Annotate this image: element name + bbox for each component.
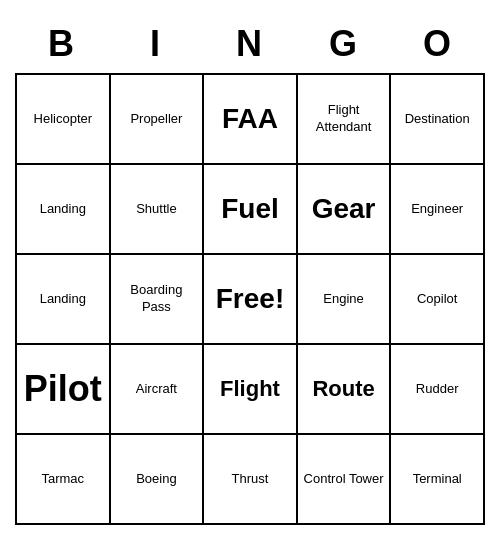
- cell-r1-c2: Fuel: [204, 165, 298, 255]
- cell-r1-c1: Shuttle: [111, 165, 205, 255]
- cell-r2-c4: Copilot: [391, 255, 485, 345]
- cell-r3-c1: Aircraft: [111, 345, 205, 435]
- header-letter: G: [297, 19, 391, 73]
- cell-r0-c3: Flight Attendant: [298, 75, 392, 165]
- cell-r1-c0: Landing: [17, 165, 111, 255]
- cell-r4-c4: Terminal: [391, 435, 485, 525]
- cell-r2-c0: Landing: [17, 255, 111, 345]
- cell-r3-c4: Rudder: [391, 345, 485, 435]
- cell-r0-c2: FAA: [204, 75, 298, 165]
- bingo-header: BINGO: [15, 19, 485, 73]
- header-letter: N: [203, 19, 297, 73]
- cell-r0-c1: Propeller: [111, 75, 205, 165]
- header-letter: I: [109, 19, 203, 73]
- cell-r4-c3: Control Tower: [298, 435, 392, 525]
- header-letter: B: [15, 19, 109, 73]
- cell-r1-c4: Engineer: [391, 165, 485, 255]
- cell-r4-c1: Boeing: [111, 435, 205, 525]
- cell-r0-c4: Destination: [391, 75, 485, 165]
- cell-r0-c0: Helicopter: [17, 75, 111, 165]
- cell-r4-c0: Tarmac: [17, 435, 111, 525]
- cell-r1-c3: Gear: [298, 165, 392, 255]
- cell-r2-c1: Boarding Pass: [111, 255, 205, 345]
- bingo-grid: HelicopterPropellerFAAFlight AttendantDe…: [15, 73, 485, 525]
- cell-r4-c2: Thrust: [204, 435, 298, 525]
- bingo-card: BINGO HelicopterPropellerFAAFlight Atten…: [15, 19, 485, 525]
- cell-r2-c3: Engine: [298, 255, 392, 345]
- cell-r3-c0: Pilot: [17, 345, 111, 435]
- header-letter: O: [391, 19, 485, 73]
- cell-r2-c2: Free!: [204, 255, 298, 345]
- cell-r3-c3: Route: [298, 345, 392, 435]
- cell-r3-c2: Flight: [204, 345, 298, 435]
